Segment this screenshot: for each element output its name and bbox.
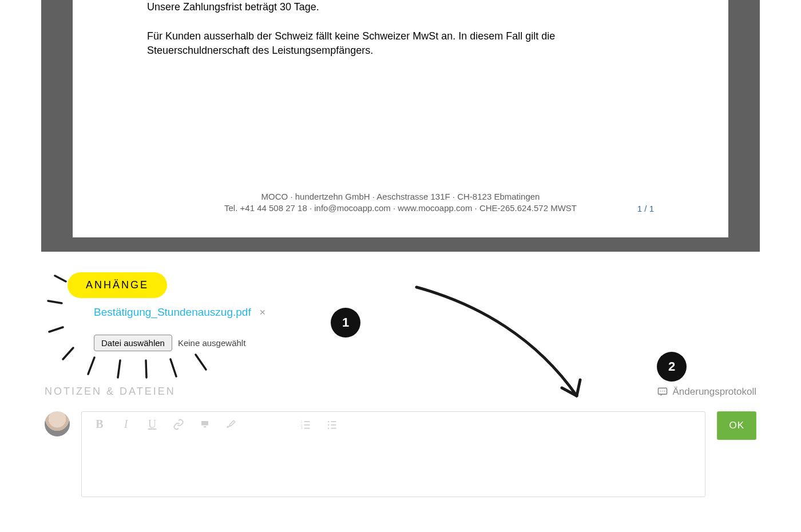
body-paragraph-2: Für Kunden ausserhalb der Schweiz fällt … [147,29,654,58]
changelog-label: Änderungsprotokoll [673,386,756,398]
document-body: Unsere Zahlungsfrist beträgt 30 Tage. Fü… [147,0,654,58]
callout-badge-2: 2 [657,352,687,382]
editor-toolbar: B I U 123 [82,412,705,436]
avatar [45,411,70,436]
bold-button[interactable]: B [93,418,106,431]
document-page: Unsere Zahlungsfrist beträgt 30 Tage. Fü… [73,0,728,237]
svg-point-14 [328,424,330,426]
below-document-area: ANHÄNGE Bestätigung_Stundenauszug.pdf ✕ … [0,257,801,497]
body-paragraph-1: Unsere Zahlungsfrist beträgt 30 Tage. [147,0,654,14]
chat-icon [657,386,668,398]
underline-button[interactable]: U [146,418,158,431]
brush-button[interactable] [225,419,237,430]
svg-point-16 [328,427,330,429]
svg-text:3: 3 [301,426,303,430]
notes-header-row: NOTIZEN & DATEIEN Änderungsprotokoll [45,386,756,398]
bullet-list-button[interactable] [326,419,338,430]
attachment-row: Bestätigung_Stundenauszug.pdf ✕ [94,306,756,319]
block-button[interactable] [199,419,211,430]
italic-button[interactable]: I [120,418,132,431]
svg-point-2 [662,390,663,391]
callout-badge-1: 1 [331,308,360,338]
page-number: 1 / 1 [637,204,654,213]
notes-section-header: NOTIZEN & DATEIEN [45,386,176,398]
attachments-header: ANHÄNGE [68,272,167,298]
attachments-section: ANHÄNGE Bestätigung_Stundenauszug.pdf ✕ … [45,257,756,351]
footer-line-2: Tel. +41 44 508 27 18 · info@mocoapp.com… [73,203,728,213]
note-editor[interactable]: B I U 123 [81,411,705,497]
changelog-link[interactable]: Änderungsprotokoll [657,386,756,398]
document-footer: MOCO · hundertzehn GmbH · Aeschstrasse 1… [73,192,728,215]
svg-point-3 [664,390,665,391]
editor-row: B I U 123 OK [45,411,756,497]
svg-point-12 [328,420,330,422]
svg-rect-5 [204,426,207,427]
svg-point-1 [660,390,661,391]
footer-line-1: MOCO · hundertzehn GmbH · Aeschstrasse 1… [73,192,728,201]
choose-file-button[interactable]: Datei auswählen [94,335,172,351]
ok-button[interactable]: OK [717,411,756,440]
ordered-list-button[interactable]: 123 [299,419,312,430]
document-preview-frame: Unsere Zahlungsfrist beträgt 30 Tage. Fü… [41,0,760,252]
attachment-remove-icon[interactable]: ✕ [259,308,266,317]
no-file-selected-text: Keine ausgewählt [178,338,245,348]
svg-rect-4 [201,421,208,426]
file-picker-row: Datei auswählen Keine ausgewählt [94,335,756,351]
attachment-file-link[interactable]: Bestätigung_Stundenauszug.pdf [94,306,251,319]
link-button[interactable] [172,419,185,430]
